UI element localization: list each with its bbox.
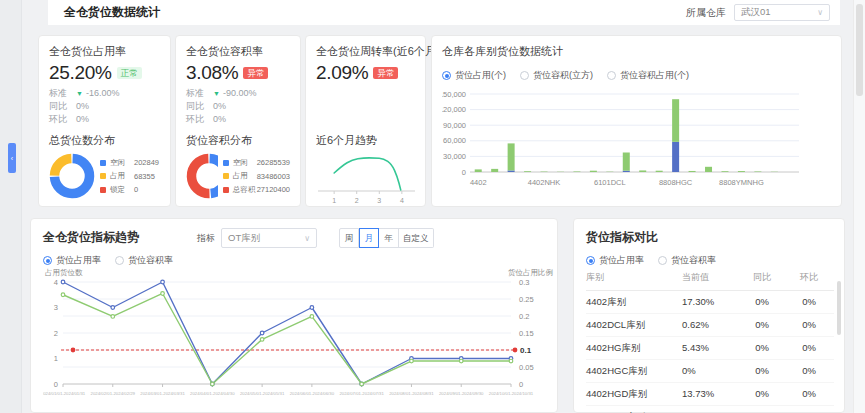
metric-rows: 标准▼-16.00%同比0%环比0% [49,89,160,124]
period-button-年[interactable]: 年 [379,228,399,248]
metric-label: 同比 [49,102,76,111]
dashboard-page: ‹ 全仓货位数据统计 所属仓库 武汉01 ∨ 全仓货位占用率 25.20% 正常… [0,0,865,413]
trend-down-icon: ▼ [213,90,220,97]
radio-货位占用率[interactable]: 货位占用率 [586,254,644,267]
slot-count-donut-chart [49,153,95,199]
radio-货位容积率[interactable]: 货位容积率 [658,254,716,267]
svg-text:0.05: 0.05 [519,363,534,372]
table-cell: 0% [740,319,784,332]
warehouse-select[interactable]: 武汉01 ∨ [734,4,830,21]
table-row: 4402HG库别5.43%0%0% [586,337,834,360]
legend-label: 锁定 [110,185,134,195]
svg-text:2024/10/01-2024/10/31: 2024/10/01-2024/10/31 [489,391,534,396]
svg-text:60,000: 60,000 [443,136,466,145]
radio-货位占用(个)[interactable]: 货位占用(个) [442,69,506,82]
radio-货位占用率[interactable]: 货位占用率 [43,254,101,267]
radio-dot [658,256,667,265]
table-row: 4402DCL库别0.62%0%0% [586,314,834,337]
card-occupancy-rate: 全仓货位占用率 25.20% 正常 标准▼-16.00%同比0%环比0% 总货位… [38,35,171,207]
header-right: 所属仓库 武汉01 ∨ [686,4,830,21]
table-cell: 4402HG库别 [586,342,682,355]
legend-item: 空闲202849 [100,158,159,168]
metric-value: 0% [213,115,226,124]
svg-text:2024/02/01-2024/02/29: 2024/02/01-2024/02/29 [91,391,136,396]
svg-text:0: 0 [462,168,466,177]
mini-trend-title: 近6个月趋势 [316,134,415,147]
svg-text:120,000: 120,000 [442,105,466,114]
table-row: 4402库别17.30%0%0% [586,291,834,314]
panel-indicator-compare: 货位指标对比 货位占用率货位容积率 库别当前值同比环比 4402库别17.30%… [573,218,845,413]
indicator-select[interactable]: OT库别 ∨ [221,228,317,248]
card-volume-rate: 全仓货位容积率 3.08% 异常 标准▼-90.00%同比0%环比0% 货位容积… [175,35,301,207]
metric-label: 标准 [186,89,213,98]
svg-text:0: 0 [54,380,58,389]
table-scrollbar-thumb[interactable] [837,281,841,335]
table-cell: 4402库别 [586,296,682,309]
mini-trend-section: 近6个月趋势 1234 [316,134,415,205]
metric-rows: 标准▼-90.00%同比0%环比0% [186,89,290,124]
distribution-section: 总货位数分布 空闲202849占用68355锁定0 [49,134,160,199]
table-cell: 5.43% [682,342,740,355]
radio-货位容积(立方)[interactable]: 货位容积(立方) [520,69,593,82]
radio-dot [442,71,451,80]
trend-down-icon: ▼ [76,90,83,97]
period-button-周[interactable]: 周 [339,228,359,248]
table-cell: 0.62% [682,319,740,332]
radio-label: 货位容积(立方) [533,69,593,82]
svg-text:0.15: 0.15 [519,329,534,338]
panel-title: 仓库各库别货位数据统计 [442,45,831,58]
chevron-left-icon: ‹ [11,155,13,162]
svg-text:1: 1 [332,197,336,204]
radio-货位容积率[interactable]: 货位容积率 [115,254,173,267]
compare-table: 库别当前值同比环比 4402库别17.30%0%0%4402DCL库别0.62%… [586,269,834,413]
table-row: 4402HGC库别0%0%0% [586,360,834,383]
status-badge: 异常 [373,67,398,79]
left-rail: ‹ [0,0,22,413]
metric-label: 同比 [186,102,213,111]
svg-text:2024/09/01-2024/09/30: 2024/09/01-2024/09/30 [439,391,484,396]
legend-swatch [223,160,229,166]
legend-value: 27120400 [257,185,290,194]
period-button-月[interactable]: 月 [359,228,379,248]
table-cell: 17.30% [682,296,740,309]
svg-text:3: 3 [54,303,58,312]
radio-dot [115,256,124,265]
radio-group: 货位占用率货位容积率 [586,251,730,269]
radio-group: 货位占用(个)货位容积(立方)货位容积占用(个) [442,66,831,84]
svg-text:货位占用比例: 货位占用比例 [508,268,553,277]
table-column-header: 库别 [586,271,682,284]
svg-text:2: 2 [54,329,58,338]
table-cell: 0% [784,365,834,378]
sidebar-collapse-handle[interactable]: ‹ [8,143,16,173]
kpi-row: 25.20% 正常 [49,62,160,84]
metric-value: 0% [76,115,89,124]
period-button-自定义[interactable]: 自定义 [399,228,434,248]
svg-text:2024/01/01-2024/01/31: 2024/01/01-2024/01/31 [43,391,86,396]
metric-value: -16.00% [86,89,120,98]
legend-item: 空闲26285539 [223,158,290,168]
radio-label: 货位占用率 [56,254,101,267]
table-cell: 4402HGD库别 [586,388,682,401]
svg-text:0.3: 0.3 [519,278,529,287]
legend-item: 锁定0 [100,185,159,195]
page-scrollbar-thumb[interactable] [856,4,863,96]
legend-label: 空闲 [233,158,257,168]
warehouse-select-label: 所属仓库 [686,6,726,20]
legend-label: 总容积 [233,185,257,195]
svg-text:4: 4 [54,278,58,287]
status-badge: 正常 [117,67,142,79]
legend-value: 83486003 [257,172,290,181]
svg-text:4402: 4402 [470,178,487,187]
legend-swatch [100,160,106,166]
legend-label: 空闲 [110,158,134,168]
table-cell: 0% [740,388,784,401]
panel-title: 货位指标对比 [586,229,832,246]
svg-text:4: 4 [400,197,404,204]
radio-货位容积占用(个)[interactable]: 货位容积占用(个) [607,69,689,82]
radio-label: 货位容积率 [128,254,173,267]
indicator-trend-chart: 00.050.150.20.250.301234占用货位数货位占用比例2024/… [43,267,555,413]
svg-text:3: 3 [377,197,381,204]
metric-value: 0% [213,102,226,111]
legend-item: 占用83486003 [223,171,290,181]
legend-label: 占用 [110,171,134,181]
